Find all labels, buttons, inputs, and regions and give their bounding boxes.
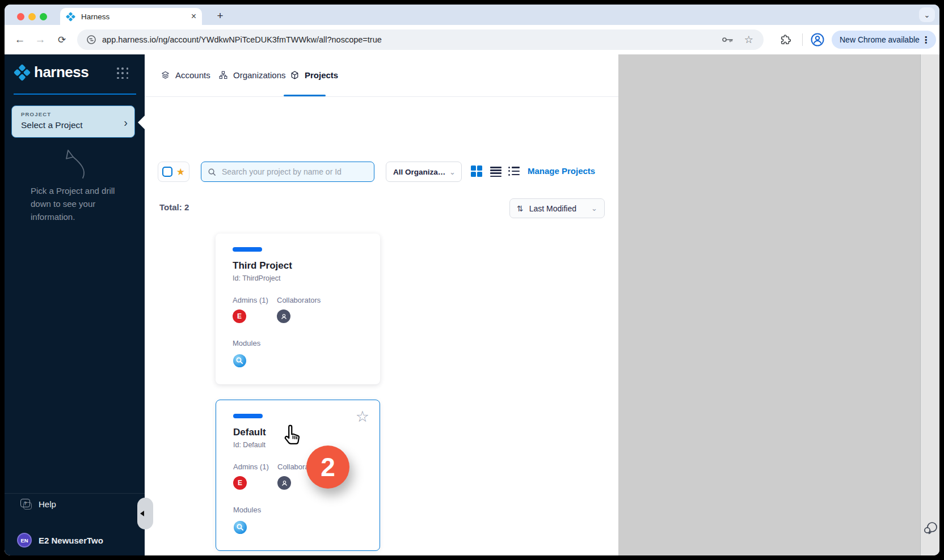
help-button[interactable]: ? Help	[20, 499, 56, 509]
user-name: E2 NewuserTwo	[39, 536, 103, 545]
organization-filter[interactable]: All Organiza… ⌄	[386, 162, 462, 182]
browser-toolbar: ← → ⟳ app.harness.io/ng/account/YWdkwNPi…	[5, 25, 939, 55]
support-chat-icon[interactable]	[922, 520, 938, 537]
forward-button[interactable]: →	[32, 25, 49, 54]
brand-wordmark: harness	[34, 63, 88, 81]
tab-accounts-label: Accounts	[175, 70, 210, 80]
sidebar-hint-text: Pick a Project and drill down to see you…	[31, 184, 128, 223]
active-tab-underline	[284, 95, 326, 96]
module-icon[interactable]	[233, 520, 247, 534]
row-view-icon[interactable]	[490, 167, 502, 177]
background-panel	[618, 54, 920, 555]
sidebar-collapse-handle[interactable]	[137, 498, 153, 529]
modules-label: Modules	[233, 506, 261, 514]
admins-label: Admins (1)	[233, 296, 268, 304]
new-tab-button[interactable]: +	[212, 8, 228, 24]
annotation-step-badge: 2	[306, 446, 349, 489]
modules-label: Modules	[233, 339, 260, 347]
search-icon	[208, 168, 216, 176]
chevron-down-icon: ⌄	[449, 168, 456, 176]
tab-accounts[interactable]: Accounts	[161, 70, 210, 80]
chrome-update-button[interactable]: New Chrome available ⋮	[832, 31, 936, 49]
window-minimize-button[interactable]	[28, 13, 36, 20]
tab-projects[interactable]: Projects	[290, 70, 338, 80]
app-launcher-icon[interactable]	[117, 67, 129, 80]
project-id: Id: ThirdProject	[233, 274, 281, 282]
harness-logo[interactable]: harness	[14, 63, 88, 81]
sort-value: Last Modified	[529, 204, 591, 213]
admin-avatar[interactable]: E	[233, 309, 246, 323]
project-title: Default	[233, 427, 266, 438]
browser-tab[interactable]: Harness ×	[60, 8, 202, 25]
reload-button[interactable]: ⟳	[53, 25, 70, 54]
grid-view-icon[interactable]	[471, 166, 482, 177]
manage-projects-link[interactable]: Manage Projects	[528, 166, 595, 176]
project-selector-value: Select a Project	[21, 120, 128, 130]
tab-organizations[interactable]: Organizations	[218, 70, 286, 80]
window-close-button[interactable]	[17, 13, 24, 20]
user-avatar: EN	[17, 533, 32, 548]
toolbar-divider	[802, 33, 803, 46]
sort-icon: ⇅	[517, 204, 524, 213]
extensions-icon[interactable]	[779, 33, 792, 46]
pointer-hand-cursor	[282, 423, 304, 449]
chevron-down-icon: ⌄	[591, 204, 597, 213]
sidebar-divider	[14, 94, 136, 95]
page-tab-bar: Accounts Organizations Projects	[145, 54, 618, 97]
favorites-star-icon[interactable]: ★	[176, 167, 185, 177]
project-color-bar	[233, 414, 263, 418]
organizations-icon	[218, 70, 228, 80]
tab-close-icon[interactable]: ×	[191, 12, 196, 21]
content-notch	[138, 116, 145, 129]
person-icon	[280, 312, 288, 321]
browser-menu-icon[interactable]: ⋮	[921, 35, 930, 45]
chrome-update-label: New Chrome available	[840, 35, 921, 44]
hand-drawn-arrow	[61, 147, 88, 181]
list-view-icon[interactable]	[508, 167, 520, 176]
admin-avatar[interactable]: E	[233, 476, 247, 490]
harness-favicon	[66, 12, 75, 22]
harness-logo-icon	[14, 64, 31, 81]
help-chat-icon: ?	[20, 499, 32, 509]
total-count: Total: 2	[159, 202, 189, 212]
collaborator-avatar[interactable]	[277, 309, 290, 323]
profile-icon[interactable]	[810, 32, 825, 47]
right-rail	[920, 54, 939, 555]
bookmark-star-icon[interactable]: ☆	[744, 33, 753, 46]
sort-dropdown[interactable]: ⇅ Last Modified ⌄	[509, 198, 605, 218]
collaborators-label: Collaborators	[277, 296, 321, 304]
tab-search-button[interactable]: ⌄	[919, 7, 935, 22]
sidebar-separator	[5, 493, 145, 494]
site-info-icon[interactable]	[86, 35, 96, 45]
password-key-icon[interactable]	[722, 36, 734, 44]
favorite-star-icon[interactable]: ☆	[356, 409, 369, 425]
project-color-bar	[233, 247, 262, 252]
project-selector-label: PROJECT	[21, 111, 128, 117]
accounts-stack-icon	[161, 70, 170, 80]
url-text[interactable]: app.harness.io/ng/account/YWdkwNPiTceDUK…	[102, 35, 722, 44]
tab-projects-label: Projects	[305, 70, 338, 80]
tab-title: Harness	[81, 12, 191, 21]
module-icon[interactable]	[233, 354, 247, 368]
tab-strip: Harness × + ⌄	[5, 5, 939, 25]
search-input[interactable]	[221, 167, 365, 177]
collapse-arrow-icon	[140, 511, 144, 516]
window-zoom-button[interactable]	[40, 13, 47, 20]
favorites-checkbox[interactable]	[162, 167, 172, 177]
user-profile[interactable]: EN E2 NewuserTwo	[17, 533, 103, 548]
organization-filter-value: All Organiza…	[393, 168, 449, 176]
project-search	[201, 162, 374, 182]
address-bar[interactable]: app.harness.io/ng/account/YWdkwNPiTceDUK…	[77, 29, 764, 50]
browser-window: Harness × + ⌄ ← → ⟳ app.harness.io/ng/ac…	[5, 5, 939, 555]
projects-cube-icon	[290, 70, 300, 80]
tab-organizations-label: Organizations	[233, 70, 286, 80]
project-selector[interactable]: PROJECT Select a Project ›	[11, 105, 135, 138]
project-card-third-project[interactable]: Third Project Id: ThirdProject Admins (1…	[216, 234, 380, 384]
back-button[interactable]: ←	[11, 25, 28, 54]
project-card-default[interactable]: ☆ Default Id: Default Admins (1) Collabo…	[216, 400, 380, 551]
favorites-filter-group: ★	[158, 162, 189, 182]
help-label: Help	[39, 499, 56, 509]
project-title: Third Project	[233, 260, 292, 271]
collaborator-avatar[interactable]	[277, 476, 291, 490]
admins-label: Admins (1)	[233, 463, 269, 471]
